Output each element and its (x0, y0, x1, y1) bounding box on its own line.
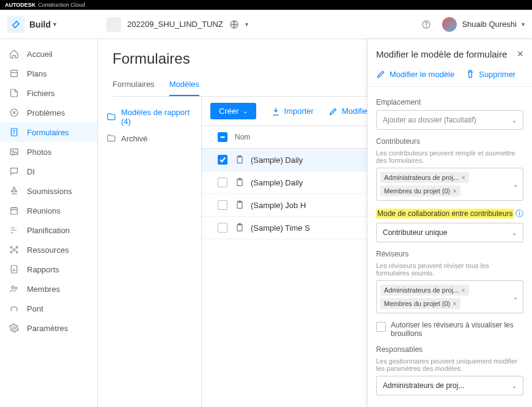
svg-point-7 (12, 151, 14, 152)
folder-tree: Modèles de rapport (4) Archivé (98, 97, 202, 407)
sidebar-item-fichiers[interactable]: Fichiers (0, 83, 97, 103)
panel-title: Modifier le modèle de formulaire (376, 49, 517, 59)
suite-name: Construction Cloud (38, 2, 85, 8)
sidebar-item-planification[interactable]: Planification (0, 220, 97, 240)
sidebar-item-ressources[interactable]: Ressources (0, 240, 97, 260)
svg-point-13 (16, 252, 18, 253)
edit-template-panel: Modifier le modèle de formulaire × Modif… (367, 39, 532, 407)
import-button[interactable]: Importer (271, 106, 314, 116)
chevron-down-icon: ▾ (245, 21, 248, 28)
sidebar-item-reunions[interactable]: Réunions (0, 201, 97, 220)
sidebar-item-parametres[interactable]: Paramètres (0, 318, 97, 338)
stamp-icon (9, 186, 20, 196)
tab-formulaires[interactable]: Formulaires (113, 75, 155, 96)
row-checkbox[interactable] (218, 177, 227, 187)
sidebar-item-label: DI (27, 167, 35, 176)
form-icon (235, 223, 245, 233)
sidebar-item-plans[interactable]: Plans (0, 64, 97, 83)
create-label: Créer (219, 106, 239, 116)
sidebar-item-label: Soumissions (27, 187, 72, 196)
tree-item-archive[interactable]: Archivé (104, 130, 195, 147)
row-checkbox[interactable] (218, 155, 227, 165)
collab-mode-label: Mode de collaboration entre contributeur… (376, 209, 514, 218)
sidebar-item-pont[interactable]: Pont (0, 299, 97, 318)
sidebar-item-problemes[interactable]: Problèmes (0, 103, 97, 122)
sidebar-item-di[interactable]: DI (0, 162, 97, 181)
photos-icon (9, 147, 20, 157)
managers-label: Responsables (376, 345, 523, 354)
sidebar-item-accueil[interactable]: Accueil (0, 44, 97, 64)
delete-button[interactable]: Supprimer (465, 69, 515, 79)
tab-modeles[interactable]: Modèles (169, 75, 199, 96)
allow-drafts-checkbox-row[interactable]: Autoriser les réviseurs à visualiser les… (376, 321, 523, 338)
help-icon[interactable] (421, 20, 431, 29)
collab-mode-select[interactable]: Contributeur unique ⌄ (376, 223, 523, 242)
chevron-down-icon: ⌄ (512, 117, 517, 124)
home-icon (9, 49, 20, 59)
reviewers-help: Les réviseurs peuvent réviser tous les f… (376, 262, 523, 277)
chevron-down-icon: ⌄ (243, 108, 248, 114)
remove-tag-icon[interactable]: × (453, 187, 456, 195)
folder-icon (106, 112, 116, 122)
sidebar-item-label: Paramètres (27, 324, 68, 333)
user-menu[interactable]: Shuaib Qureshi ▾ (442, 17, 525, 32)
chevron-down-icon: ⌄ (513, 294, 518, 301)
contributors-select[interactable]: Administrateurs de proj...× Membres du p… (376, 168, 523, 201)
sidebar-item-formulaires[interactable]: Formulaires (0, 122, 97, 142)
info-icon[interactable]: ⓘ (515, 208, 523, 219)
user-name: Shuaib Qureshi (462, 20, 517, 29)
globe-icon (229, 20, 239, 29)
hammer-icon (7, 16, 24, 33)
sidebar-item-label: Membres (27, 285, 60, 294)
location-label: Emplacement (376, 98, 523, 106)
sidebar-item-label: Problèmes (27, 108, 65, 118)
row-name: (Sample) Daily (251, 155, 303, 165)
row-name: (Sample) Job H (251, 201, 306, 210)
allow-drafts-checkbox[interactable] (376, 322, 386, 332)
select-all-checkbox[interactable] (218, 132, 227, 142)
chat-icon (9, 166, 20, 176)
project-icon (106, 17, 121, 32)
trash-icon (465, 69, 475, 79)
left-sidebar: Accueil Plans Fichiers Problèmes Formula… (0, 39, 98, 407)
tree-item-rapport[interactable]: Modèles de rapport (4) (104, 104, 195, 130)
reviewers-label: Réviseurs (376, 250, 523, 258)
form-icon (235, 155, 245, 165)
reviewers-select[interactable]: Administrateurs de proj...× Membres du p… (376, 280, 523, 313)
reviewer-tag: Administrateurs de proj...× (380, 285, 469, 296)
sidebar-item-photos[interactable]: Photos (0, 142, 97, 162)
sidebar-item-label: Planification (27, 226, 70, 235)
sidebar-item-membres[interactable]: Membres (0, 279, 97, 299)
chevron-down-icon: ▾ (53, 21, 56, 28)
location-placeholder: Ajouter au dossier (facultatif) (383, 116, 476, 124)
sidebar-item-label: Plans (27, 69, 47, 78)
remove-tag-icon[interactable]: × (461, 286, 465, 294)
modify-button[interactable]: Modifier (328, 106, 370, 116)
managers-select[interactable]: Administrateurs de proj... ⌄ (376, 376, 523, 395)
file-icon (9, 88, 20, 98)
location-select[interactable]: Ajouter au dossier (facultatif) ⌄ (376, 110, 523, 130)
row-checkbox[interactable] (218, 200, 227, 210)
report-icon (9, 264, 20, 274)
row-checkbox[interactable] (218, 223, 227, 233)
sidebar-item-soumissions[interactable]: Soumissions (0, 181, 97, 201)
import-icon (271, 106, 281, 116)
sidebar-item-label: Fichiers (27, 89, 55, 98)
pencil-icon (328, 106, 338, 116)
svg-point-11 (16, 247, 18, 248)
remove-tag-icon[interactable]: × (461, 174, 465, 181)
sidebar-item-rapports[interactable]: Rapports (0, 260, 97, 279)
project-selector[interactable]: 202209_SHU_LIND_TUNZ ▾ (106, 17, 248, 32)
module-selector[interactable]: Build ▾ (7, 16, 94, 33)
tree-item-label: Archivé (121, 134, 147, 143)
svg-point-16 (15, 287, 17, 289)
close-icon[interactable]: × (517, 48, 523, 61)
managers-value: Administrateurs de proj... (383, 381, 464, 390)
remove-tag-icon[interactable]: × (453, 300, 456, 307)
edit-template-button[interactable]: Modifier le modèle (376, 69, 454, 79)
pencil-icon (376, 69, 386, 79)
create-button[interactable]: Créer ⌄ (210, 103, 256, 119)
sidebar-item-label: Pont (27, 304, 43, 313)
svg-rect-3 (11, 70, 18, 77)
row-name: (Sample) Time S (251, 223, 310, 233)
